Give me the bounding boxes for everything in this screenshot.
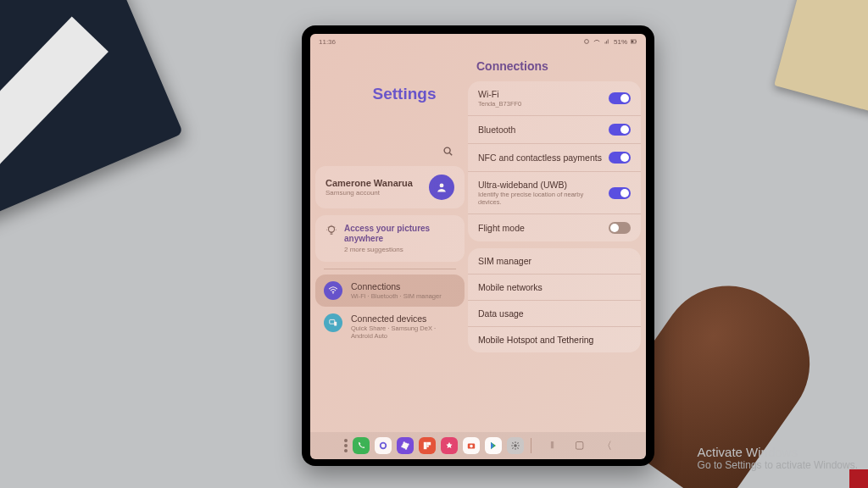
apps-drawer-icon[interactable] — [344, 444, 348, 447]
watermark-sub: Go to Settings to activate Windows. — [698, 459, 858, 471]
taskbar-divider — [531, 438, 531, 453]
account-name: Camerone Wanarua — [326, 178, 413, 188]
search-button[interactable] — [442, 146, 454, 161]
nav-home[interactable]: ▢ — [574, 439, 586, 453]
product-box: Galaxy Z Fold6 — [0, 0, 183, 246]
svg-point-19 — [514, 444, 517, 447]
row-label: Mobile Hotspot and Tethering — [478, 335, 593, 345]
gallery-icon — [444, 441, 454, 451]
row-label: Bluetooth — [478, 125, 515, 135]
row-label: SIM manager — [478, 256, 531, 266]
account-card[interactable]: Camerone Wanarua Samsung account — [315, 166, 465, 208]
setting-row-bluetooth[interactable]: Bluetooth — [468, 115, 641, 143]
tip-title: Access your pictures anywhere — [344, 224, 454, 244]
corner-badge — [849, 469, 868, 488]
browser-icon — [400, 441, 410, 451]
svg-rect-8 — [330, 319, 335, 324]
nav-sub: Wi-Fi · Bluetooth · SIM manager — [351, 292, 442, 300]
setting-row-data-usage[interactable]: Data usage — [468, 300, 641, 326]
row-label: Ultra-wideband (UWB) — [478, 180, 588, 190]
status-bar[interactable]: 11:36 51% — [310, 34, 646, 49]
nav-label: Connections — [351, 281, 442, 291]
flipboard-icon — [422, 441, 432, 451]
connections-group-2: SIM managerMobile networksData usageMobi… — [468, 248, 641, 352]
setting-row-flight-mode[interactable]: Flight mode — [468, 214, 641, 241]
settings-icon — [510, 441, 520, 451]
sidebar-item-connections[interactable]: Connections Wi-Fi · Bluetooth · SIM mana… — [315, 274, 465, 307]
svg-rect-14 — [423, 442, 426, 449]
app-phone[interactable] — [353, 437, 370, 454]
svg-rect-15 — [426, 442, 431, 446]
toggle-switch[interactable] — [609, 92, 631, 104]
svg-rect-2 — [636, 41, 637, 42]
wood-prop — [774, 0, 868, 114]
app-messages[interactable] — [375, 437, 392, 454]
row-label: Flight mode — [478, 223, 525, 233]
detail-pane: Connections Wi-FiTenda_B73FF0BluetoothNF… — [468, 51, 641, 432]
tip-card[interactable]: Access your pictures anywhere 2 more sug… — [315, 215, 465, 262]
battery-icon — [631, 38, 637, 45]
app-flipboard[interactable] — [419, 437, 436, 454]
detail-title: Connections — [468, 51, 641, 81]
app-gallery[interactable] — [441, 437, 458, 454]
svg-point-6 — [329, 226, 335, 232]
row-label: Data usage — [478, 308, 524, 319]
account-sub: Samsung account — [326, 189, 413, 197]
svg-point-18 — [470, 445, 473, 448]
toggle-switch[interactable] — [609, 124, 631, 136]
lightbulb-icon — [326, 225, 337, 236]
svg-point-7 — [332, 292, 334, 294]
row-label: Wi-Fi — [478, 89, 521, 99]
row-sub: Tenda_B73FF0 — [478, 100, 521, 108]
camera-icon — [466, 441, 476, 451]
signal-icon — [604, 38, 610, 45]
row-label: NFC and contactless payments — [478, 152, 602, 163]
nav-recents[interactable]: ⦀ — [547, 439, 559, 453]
svg-point-5 — [440, 183, 444, 187]
status-indicators: 51% — [583, 38, 637, 46]
wifi-icon — [593, 38, 600, 45]
setting-row-nfc-and-contactless-payments[interactable]: NFC and contactless payments — [468, 143, 641, 171]
nav-sub: Quick Share · Samsung DeX · Android Auto — [351, 324, 456, 340]
nav-keys: ⦀ ▢ 〈 — [547, 439, 613, 453]
setting-row-ultra-wideband-uwb-[interactable]: Ultra-wideband (UWB)Identify the precise… — [468, 171, 641, 214]
person-icon — [436, 181, 448, 193]
tip-sub: 2 more suggestions — [344, 246, 454, 253]
wifi-icon — [324, 281, 342, 300]
setting-row-mobile-networks[interactable]: Mobile networks — [468, 274, 641, 300]
tablet-device: 11:36 51% Settings Cam — [302, 25, 654, 466]
nav-back[interactable]: 〈 — [601, 439, 613, 453]
toggle-switch[interactable] — [609, 152, 631, 164]
taskbar[interactable]: ⦀ ▢ 〈 — [310, 432, 646, 459]
tablet-screen: 11:36 51% Settings Cam — [310, 34, 646, 459]
svg-rect-3 — [632, 41, 634, 43]
app-browser[interactable] — [397, 437, 414, 454]
setting-row-sim-manager[interactable]: SIM manager — [468, 248, 641, 274]
app-settings[interactable] — [507, 437, 524, 454]
battery-text: 51% — [614, 38, 627, 46]
app-camera[interactable] — [463, 437, 480, 454]
row-label: Mobile networks — [478, 282, 542, 292]
alarm-icon — [583, 38, 590, 45]
sidebar-item-connected-devices[interactable]: Connected devices Quick Share · Samsung … — [315, 307, 465, 347]
play-icon — [488, 441, 498, 451]
windows-watermark: Activate Windows Go to Settings to activ… — [698, 445, 858, 471]
setting-row-mobile-hotspot-and-tethering[interactable]: Mobile Hotspot and Tethering — [468, 326, 641, 352]
devices-icon — [324, 313, 342, 332]
toggle-switch[interactable] — [609, 187, 631, 199]
avatar — [429, 175, 454, 200]
app-play[interactable] — [485, 437, 502, 454]
setting-row-wi-fi[interactable]: Wi-FiTenda_B73FF0 — [468, 81, 641, 115]
status-time: 11:36 — [319, 38, 336, 46]
search-icon — [442, 146, 454, 158]
row-sub: Identify the precise location of nearby … — [478, 191, 588, 206]
svg-point-11 — [381, 444, 385, 448]
page-title: Settings — [315, 51, 465, 146]
watermark-title: Activate Windows — [698, 445, 858, 459]
svg-point-4 — [444, 147, 450, 153]
svg-point-0 — [585, 40, 589, 44]
svg-rect-9 — [334, 322, 337, 326]
toggle-switch[interactable] — [609, 222, 631, 234]
nav-label: Connected devices — [351, 313, 456, 324]
settings-list-pane: Settings Camerone Wanarua Samsung accoun… — [315, 51, 468, 432]
